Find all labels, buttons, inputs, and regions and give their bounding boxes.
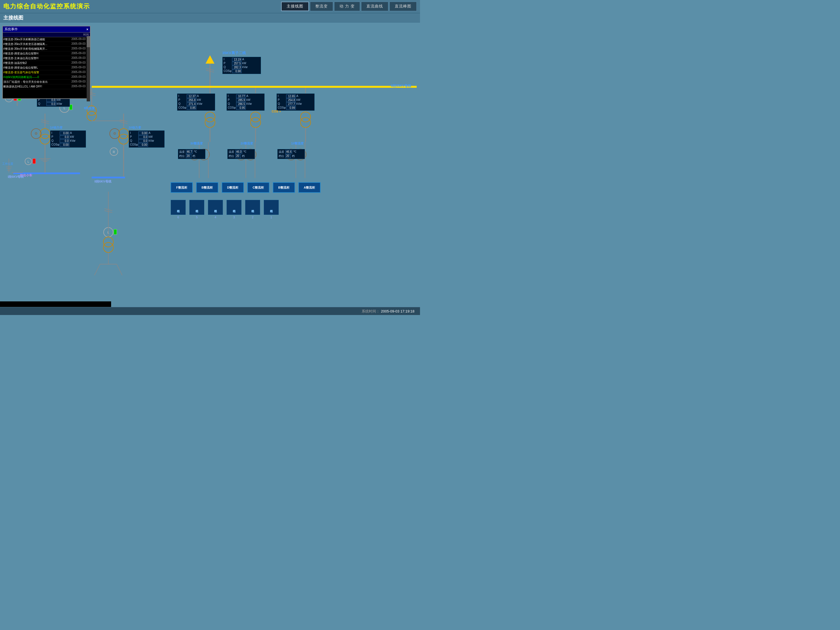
sub-header: 主接线图 — [0, 13, 420, 22]
main-content: R R R R — [0, 22, 420, 315]
system-events-window[interactable]: 系统事件 × 时间 #整流变-35kv开关柜断路器已储能 2005-09-03 … — [2, 26, 90, 99]
tank-3-group: 电解槽 3 — [226, 200, 242, 219]
event-text: #整流变-35kv开关柜断路器已储能 — [3, 38, 70, 41]
tank-6-num: 6 — [177, 216, 179, 219]
svg-rect-61 — [33, 159, 36, 164]
cabinet-B2-rect[interactable]: B整流柜 — [273, 182, 295, 193]
event-text: #整流变-35kv开关柜母线侧隔离开... — [3, 47, 70, 51]
svg-point-54 — [40, 134, 50, 144]
tank-3-num: 3 — [233, 216, 235, 219]
rect2-readings: I 10.77 A P 285.9 kW Q 286.5 kVar COSφ 0… — [226, 93, 265, 111]
event-text: #整流变-35kv开关柜变压器侧隔离... — [3, 42, 70, 46]
events-title-text: 系统事件 — [5, 27, 18, 32]
tank-2: 电解槽 — [245, 200, 260, 215]
event-text: #整流变-调变油位高位报警H — [3, 52, 70, 55]
svg-point-23 — [251, 117, 261, 128]
event-text: #整流变-油温控制2 — [3, 61, 70, 65]
busbar-35kv — [92, 86, 417, 88]
tanks-row: 电解槽 6 电解槽 5 电解槽 4 电解槽 3 电解槽 2 — [171, 200, 279, 219]
power1-label: 1#动力变 I 0.00 A P 0.0 kW Q 0.0 kVar COSφ … — [50, 125, 86, 148]
event-row: 演示厂站遥控：母分开关分命令发出 2005-09-03 17 — [3, 80, 90, 84]
rect3-label: 3#整流变 — [190, 141, 203, 145]
cabinet-A-rect[interactable]: A整流柜 — [298, 182, 321, 193]
busbar-6kv-2 — [92, 177, 125, 178]
event-row: 断路器状态HELLO1, I AM OFF! 2005-09-03 17 — [3, 84, 90, 89]
scrollbar-thumb[interactable] — [87, 36, 90, 47]
line-35kv-label: 35KV离子二线 — [222, 51, 246, 55]
event-row: #整流变-调变油位高位报警H 2005-09-03 17 — [3, 51, 90, 56]
tank-4-group: 电解槽 4 — [208, 200, 223, 219]
svg-point-22 — [251, 112, 261, 122]
event-text: #整流变-调变油位低位报警L — [3, 66, 70, 70]
busbar-6kv-2-label: II段6KV母线 — [95, 178, 111, 184]
event-text: #动6kV跳闸回路断返回——0 — [3, 75, 70, 79]
nav-btn-rectifier[interactable]: 整流变 — [310, 2, 333, 11]
cabinet-F-rect[interactable]: F整流柜 — [171, 182, 193, 193]
cos-plus-label: COS + — [272, 110, 281, 113]
event-row: #整流变-35kv开关柜断路器已储能 2005-09-03 17 — [3, 37, 90, 42]
header-bar: 电力综合自动化监控系统演示 主接线图 整流变 动 力 变 直流曲线 直流棒图 — [0, 0, 420, 13]
svg-point-120 — [103, 243, 113, 253]
tank-1-group: 电解槽 1 — [264, 200, 279, 219]
svg-text:⚙: ⚙ — [35, 131, 38, 136]
cabinet-B-rect[interactable]: B整流柜 — [196, 182, 218, 193]
nav-btn-main[interactable]: 主接线图 — [281, 2, 309, 11]
nav-btn-dc-bar[interactable]: 直流棒图 — [390, 2, 417, 11]
black-strip — [0, 302, 111, 307]
event-row: #整流变-主体油位高位报警H 2005-09-03 17 — [3, 56, 90, 61]
tank-4-num: 4 — [215, 216, 216, 219]
line-35kv-label-group: 35KV离子二线 I 13.19 A P 257.5 kW Q 282.3 kV… — [222, 50, 261, 74]
tank-6: 电解槽 — [171, 200, 186, 215]
busbar-35kv-label: II段35KV母线 — [391, 83, 411, 88]
svg-point-119 — [103, 237, 113, 247]
event-text: 演示厂站遥控：母分开关分命令发出 — [3, 80, 70, 84]
event-row: #整流变-调变油位低位报警L 2005-09-03 17 — [3, 66, 90, 70]
svg-point-11 — [205, 112, 215, 122]
events-header: 时间 — [3, 33, 90, 37]
rect1-temp: 温度 46.6 ℃ 档位 20 档 — [277, 149, 305, 159]
svg-line-123 — [95, 264, 100, 275]
event-row-alarm: #整流变-变压器气体信号报警 2005-09-03 17 — [3, 70, 90, 75]
svg-point-75 — [87, 111, 96, 121]
rect3-readings: I 12.37 A P 255.8 kW Q 271.4 kVar COSφ 0… — [177, 93, 215, 111]
tank-4: 电解槽 — [208, 200, 223, 215]
page-subtitle: 主接线图 — [3, 14, 23, 21]
tank-5: 电解槽 — [189, 200, 204, 215]
rect2-label: 2#整流变 — [240, 141, 253, 145]
footer: 系统时间： 2005-09-03 17:19:18 — [0, 307, 420, 315]
rect1-readings: I 12.65 A P 254.8 kW Q 277.7 kVar COSφ 0… — [276, 93, 315, 111]
svg-point-33 — [300, 117, 311, 128]
busbar-6kv-1-label: I段6KV母线 — [8, 174, 24, 179]
rect2-temp: 温度 46.0 ℃ 档位 20 档 — [227, 149, 255, 159]
svg-text:L: L — [27, 160, 29, 163]
svg-point-32 — [300, 112, 311, 122]
tank-3: 电解槽 — [226, 200, 242, 215]
event-row: #整流变-油温控制2 2005-09-03 17 — [3, 61, 90, 66]
tank-1: 电解槽 — [264, 200, 279, 215]
triangle-symbol — [205, 55, 215, 64]
cabinets-row: F整流柜 B整流柜 D整流柜 C整流柜 B整流柜 A整流柜 — [171, 182, 321, 193]
event-text: 断路器状态HELLO1, I AM OFF! — [3, 85, 70, 88]
app-title: 电力综合自动化监控系统演示 — [3, 2, 90, 11]
nav-btn-power[interactable]: 动 力 变 — [334, 2, 360, 11]
power2-label: 2#动力变 I 0.00 A P 0.0 kW Q 0.0 kVar COSφ … — [129, 125, 165, 148]
tank-2-num: 2 — [252, 216, 253, 219]
transformer-2-label: II段压变 — [84, 105, 95, 110]
cabinet-C-rect[interactable]: C整流柜 — [247, 182, 270, 193]
work-position-label: 工作位置 — [2, 161, 13, 166]
nav-btn-dc-curve[interactable]: 直流曲线 — [361, 2, 388, 11]
svg-point-66 — [118, 134, 129, 144]
events-title-bar[interactable]: 系统事件 × — [3, 26, 90, 33]
rect1-label: 1#整流变 — [291, 141, 304, 145]
events-list[interactable]: #整流变-35kv开关柜断路器已储能 2005-09-03 17 #整流变-35… — [3, 37, 90, 98]
nav-buttons: 主接线图 整流变 动 力 变 直流曲线 直流棒图 — [281, 2, 417, 11]
tank-2-group: 电解槽 2 — [245, 200, 260, 219]
event-text: #整流变-变压器气体信号报警 — [3, 71, 70, 74]
event-row-ok: #动6kV跳闸回路断返回——0 2005-09-03 17 — [3, 75, 90, 80]
svg-line-124 — [117, 264, 122, 275]
events-scrollbar[interactable] — [87, 36, 90, 101]
events-close-btn[interactable]: × — [86, 27, 88, 32]
rect3-temp: 温度 46.7 ℃ 档位 20 档 — [178, 149, 205, 159]
svg-rect-114 — [114, 229, 117, 234]
cabinet-D-rect[interactable]: D整流柜 — [222, 182, 244, 193]
